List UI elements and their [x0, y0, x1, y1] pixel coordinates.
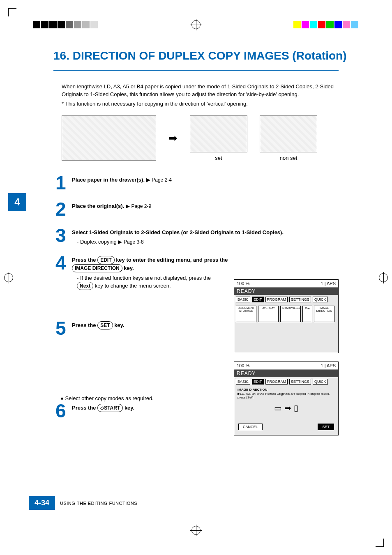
color-bars-right — [293, 21, 359, 28]
step-1: 1 Place paper in the drawer(s). ▶ Page 2… — [55, 173, 339, 192]
registration-top — [0, 16, 392, 33]
step-number: 1 — [55, 173, 72, 192]
step-4-pre: Press the — [72, 257, 97, 263]
crop-mark — [376, 539, 384, 547]
chapter-tab: 4 — [8, 193, 26, 211]
edit-key: EDIT — [97, 256, 114, 264]
arrow-icon: ▶ — [146, 177, 152, 183]
result-nonset: non set — [260, 115, 317, 161]
direction-illustration: ▭ ➡ ▯ — [234, 401, 338, 415]
set-key: SET — [97, 321, 113, 329]
crop-mark — [8, 8, 16, 16]
tab-settings[interactable]: SETTINGS — [289, 379, 311, 385]
step-2-text: Place the original(s). — [72, 203, 124, 209]
step-1-ref: Page 2-4 — [152, 177, 172, 183]
image-direction-key: IMAGE DIRECTION — [72, 264, 122, 272]
color-bars-left — [33, 21, 99, 28]
step-2-ref: Page 2-9 — [131, 203, 151, 209]
tab-edit[interactable]: EDIT — [252, 379, 264, 385]
btn-document-storage[interactable]: DOCUMENT STORAGE — [236, 306, 256, 322]
zoom-value: 100 % — [237, 281, 249, 286]
page-title: 16. DIRECTION OF DUPLEX COPY IMAGES (Rot… — [53, 49, 367, 62]
step-2: 2 Place the original(s). ▶ Page 2-9 — [55, 200, 339, 219]
zoom-value: 100 % — [237, 363, 249, 368]
count-value: 1 — [321, 281, 323, 286]
registration-left — [4, 273, 13, 282]
registration-right — [379, 273, 388, 282]
start-key: ◇START — [97, 404, 123, 412]
bullet-text: Select other copy modes as required. — [65, 395, 153, 401]
step-5-post: key. — [114, 322, 124, 328]
step-3-sub: - Duplex copying — [77, 239, 117, 245]
tab-program[interactable]: PROGRAM — [265, 379, 288, 385]
caption-nonset: non set — [260, 155, 317, 161]
mode-value: APS — [327, 363, 336, 368]
tab-basic[interactable]: BASIC — [236, 297, 250, 302]
result-set: set — [190, 115, 247, 161]
lcd-screenshot-1: 100 % 1 | APS READY BASIC EDIT PROGRAM S… — [234, 279, 339, 353]
step-3-text: Select 1-Sided Originals to 2-Sided Copi… — [72, 229, 284, 235]
tab-settings[interactable]: SETTINGS — [289, 297, 311, 302]
step-4-sub-post: key to change the menu screen. — [95, 283, 171, 289]
btn-overlay[interactable]: OVERLAY — [258, 306, 279, 322]
step-1-text: Place paper in the drawer(s). — [72, 177, 145, 183]
ready-label: READY — [234, 288, 338, 295]
tab-edit[interactable]: EDIT — [252, 297, 264, 302]
step-number: 6 — [55, 401, 72, 420]
scanner-illustration — [62, 115, 156, 161]
step-4-post: key. — [124, 265, 134, 271]
caption-set: set — [190, 155, 247, 161]
section-title: USING THE EDITING FUNCTIONS — [60, 501, 137, 506]
next-key: Next — [77, 282, 93, 290]
intro-text: When lengthwise LD, A3, A5 or B4 paper i… — [62, 83, 339, 99]
arrow-icon: ▶ — [126, 203, 131, 209]
tab-quick[interactable]: QUICK — [313, 297, 328, 302]
title-rule — [53, 70, 339, 71]
arrow-icon: ➡ — [168, 132, 178, 145]
diagram-row: ➡ set non set — [62, 115, 339, 161]
mode-value: APS — [327, 281, 336, 286]
step-3: 3 Select 1-Sided Originals to 2-Sided Co… — [55, 226, 339, 246]
intro-note: * This function is not necessary for cop… — [62, 100, 339, 108]
screen2-label: IMAGE DIRECTION — [238, 388, 267, 391]
step-3-sub-ref: Page 3-8 — [124, 239, 144, 245]
btn-image-direction[interactable]: IMAGE DIRECTION — [314, 306, 334, 322]
set-button[interactable]: SET — [318, 424, 334, 430]
screen2-message: ▶LD, A3, B4 or A5 Portrait Originals are… — [238, 392, 330, 400]
step-number: 5 — [55, 319, 72, 338]
step-6-pre: Press the — [72, 405, 97, 411]
step-4-sub-pre: - If the desired function keys are not d… — [77, 275, 211, 281]
tab-quick[interactable]: QUICK — [313, 379, 328, 385]
step-6-post: key. — [125, 405, 134, 411]
pages-set-illustration — [190, 115, 247, 152]
count-value: 1 — [321, 363, 323, 368]
step-number: 2 — [55, 200, 72, 219]
tab-basic[interactable]: BASIC — [236, 379, 250, 385]
pages-nonset-illustration — [260, 115, 317, 152]
lcd-screenshot-2: 100 % 1 | APS READY BASIC EDIT PROGRAM S… — [234, 362, 339, 435]
page-number: 4-34 — [29, 496, 55, 510]
cancel-button[interactable]: CANCEL — [238, 424, 263, 430]
step-4-mid: key to enter the editing menu, and press… — [116, 257, 228, 263]
tab-program[interactable]: PROGRAM — [265, 297, 288, 302]
registration-target-icon — [191, 20, 201, 29]
arrow-icon: ▶ — [118, 239, 124, 245]
ready-label: READY — [234, 370, 338, 377]
footer: 4-34 USING THE EDITING FUNCTIONS — [29, 496, 137, 510]
step-number: 4 — [55, 253, 72, 290]
registration-target-icon — [191, 526, 201, 535]
intro-block: When lengthwise LD, A3, A5 or B4 paper i… — [62, 83, 339, 108]
registration-bottom — [0, 522, 392, 539]
step-5-pre: Press the — [72, 322, 97, 328]
step-number: 3 — [55, 226, 72, 246]
btn-sharpness[interactable]: SHARPNESS — [280, 306, 301, 322]
btn-pre[interactable]: Pre — [302, 306, 312, 322]
